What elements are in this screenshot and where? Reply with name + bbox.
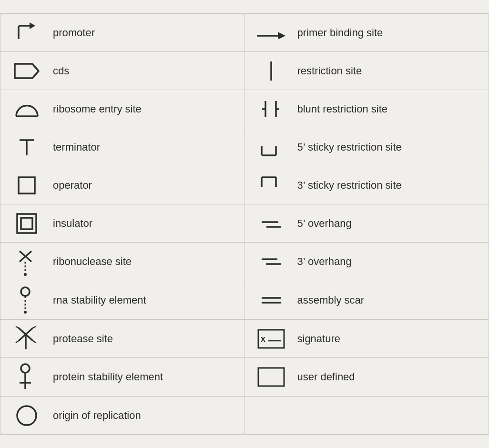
3prime-overhang-label: 3’ overhang [297, 255, 352, 268]
3prime-overhang-icon-area [255, 255, 288, 269]
legend-cell-left-7: rna stability element [0, 281, 245, 320]
blunt-restriction-site-icon-area [255, 97, 288, 121]
legend-cell-left-5: insulator [0, 204, 245, 243]
protease-site-icon-area [10, 326, 43, 352]
svg-rect-21 [17, 214, 36, 233]
legend-cell-left-3: terminator [0, 128, 245, 166]
restriction-site-label: restriction site [297, 65, 362, 77]
3prime-sticky-label: 3’ sticky restriction site [297, 179, 402, 192]
svg-marker-2 [30, 22, 35, 29]
terminator-icon [15, 135, 39, 159]
legend-cell-left-9: protein stability element [0, 358, 245, 397]
5prime-overhang-icon [259, 216, 283, 231]
5prime-sticky-icon [259, 135, 283, 159]
legend-cell-right-0: primer binding site [244, 14, 489, 52]
operator-icon [17, 175, 37, 195]
promoter-icon [14, 21, 40, 45]
origin-of-replication-icon [15, 404, 39, 428]
protein-stability-icon-area [10, 363, 43, 391]
legend-cell-right-5: 5’ overhang [244, 204, 489, 243]
user-defined-icon [257, 367, 285, 387]
svg-point-46 [21, 364, 30, 373]
signature-icon-area: x [255, 328, 288, 349]
svg-rect-49 [258, 368, 284, 386]
legend-cell-right-10 [244, 397, 489, 435]
svg-rect-22 [21, 218, 32, 229]
legend-cell-right-7: assembly scar [244, 281, 489, 320]
svg-rect-17 [19, 177, 35, 193]
operator-icon-area [10, 175, 43, 195]
legend-cell-left-0: promoter [0, 14, 245, 52]
svg-line-39 [33, 326, 36, 328]
svg-line-41 [33, 341, 36, 343]
user-defined-label: user defined [297, 371, 355, 383]
promoter-label: promoter [53, 27, 95, 39]
legend-cell-left-8: protease site [0, 320, 245, 358]
ribonuclease-site-icon-area [10, 247, 43, 276]
legend-cell-right-9: user defined [244, 358, 489, 397]
legend-cell-left-6: ribonuclease site [0, 243, 245, 281]
svg-marker-4 [278, 32, 285, 39]
primer-binding-site-label: primer binding site [297, 27, 383, 39]
primer-binding-site-icon [255, 27, 288, 39]
assembly-scar-icon [259, 293, 283, 307]
5prime-overhang-icon-area [255, 216, 288, 231]
svg-point-31 [21, 287, 30, 296]
svg-point-33 [24, 311, 27, 314]
assembly-scar-icon-area [255, 293, 288, 307]
cds-icon [12, 61, 41, 81]
legend-cell-left-2: ribosome entry site [0, 90, 245, 128]
legend-cell-right-6: 3’ overhang [244, 243, 489, 281]
user-defined-icon-area [255, 367, 288, 387]
svg-marker-5 [15, 64, 39, 78]
svg-text:x: x [261, 334, 265, 344]
insulator-icon-area [10, 212, 43, 235]
ribosome-entry-site-label: ribosome entry site [53, 103, 142, 115]
cds-label: cds [53, 65, 69, 77]
restriction-site-icon-area [255, 59, 288, 83]
insulator-icon [15, 212, 38, 235]
protease-site-label: protease site [53, 333, 113, 345]
protein-stability-icon [15, 363, 39, 391]
svg-point-28 [24, 273, 27, 276]
operator-label: operator [53, 179, 92, 192]
ribosome-entry-site-icon [14, 100, 40, 119]
rna-stability-icon-area [10, 286, 43, 315]
protease-site-icon [15, 326, 39, 352]
insulator-label: insulator [53, 217, 92, 230]
promoter-icon-area [10, 21, 43, 45]
legend-table: promoter primer binding site cds restric… [0, 13, 489, 435]
terminator-icon-area [10, 135, 43, 159]
legend-cell-left-10: origin of replication [0, 397, 245, 435]
3prime-sticky-icon [259, 173, 283, 197]
origin-of-replication-label: origin of replication [53, 409, 141, 422]
svg-point-50 [17, 406, 36, 425]
legend-cell-right-1: restriction site [244, 52, 489, 90]
3prime-sticky-icon-area [255, 173, 288, 197]
protein-stability-label: protein stability element [53, 371, 163, 383]
legend-cell-left-4: operator [0, 166, 245, 204]
5prime-sticky-label: 5’ sticky restriction site [297, 141, 402, 153]
rna-stability-icon [15, 286, 39, 315]
restriction-site-icon [266, 59, 276, 83]
assembly-scar-label: assembly scar [297, 294, 365, 306]
origin-of-replication-icon-area [10, 404, 43, 428]
legend-cell-left-1: cds [0, 52, 245, 90]
svg-line-38 [16, 326, 19, 328]
ribonuclease-site-icon [15, 247, 39, 276]
rna-stability-label: rna stability element [53, 294, 146, 306]
legend-cell-right-3: 5’ sticky restriction site [244, 128, 489, 166]
legend-cell-right-8: x signature [244, 320, 489, 358]
blunt-restriction-site-label: blunt restriction site [297, 103, 388, 115]
3prime-overhang-icon [259, 255, 283, 269]
signature-icon: x [257, 328, 285, 349]
blunt-restriction-site-icon [262, 97, 281, 121]
ribosome-entry-site-icon-area [10, 100, 43, 119]
terminator-label: terminator [53, 141, 100, 153]
5prime-sticky-icon-area [255, 135, 288, 159]
primer-binding-site-icon-area [255, 27, 288, 39]
legend-cell-right-4: 3’ sticky restriction site [244, 166, 489, 204]
svg-line-40 [16, 341, 19, 343]
legend-cell-right-2: blunt restriction site [244, 90, 489, 128]
signature-label: signature [297, 333, 341, 345]
